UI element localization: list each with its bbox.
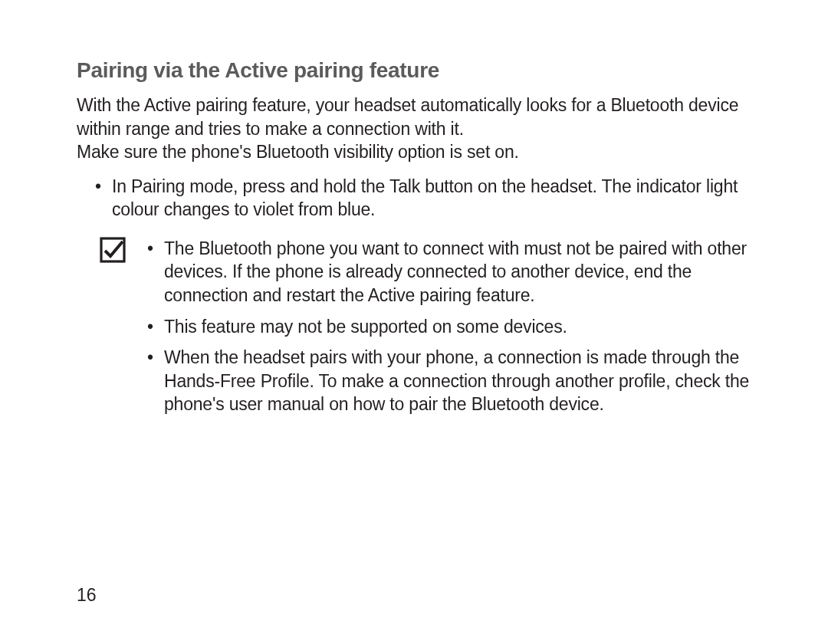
section-heading: Pairing via the Active pairing feature xyxy=(77,58,751,83)
intro-line-2: Make sure the phone's Bluetooth visibili… xyxy=(77,140,751,164)
primary-bullet-list: In Pairing mode, press and hold the Talk… xyxy=(77,175,751,222)
note-block: The Bluetooth phone you want to connect … xyxy=(77,237,751,416)
note-bullet-item: The Bluetooth phone you want to connect … xyxy=(147,237,751,307)
page-number: 16 xyxy=(77,585,97,606)
note-bullet-list: The Bluetooth phone you want to connect … xyxy=(147,237,751,416)
manual-page: Pairing via the Active pairing feature W… xyxy=(0,0,828,644)
note-bullet-item: When the headset pairs with your phone, … xyxy=(147,346,751,416)
note-bullet-item: This feature may not be supported on som… xyxy=(147,315,751,339)
intro-line-1: With the Active pairing feature, your he… xyxy=(77,95,738,139)
checkbox-note-icon xyxy=(100,237,126,263)
primary-bullet-item: In Pairing mode, press and hold the Talk… xyxy=(112,175,751,222)
intro-paragraph: With the Active pairing feature, your he… xyxy=(77,94,751,164)
